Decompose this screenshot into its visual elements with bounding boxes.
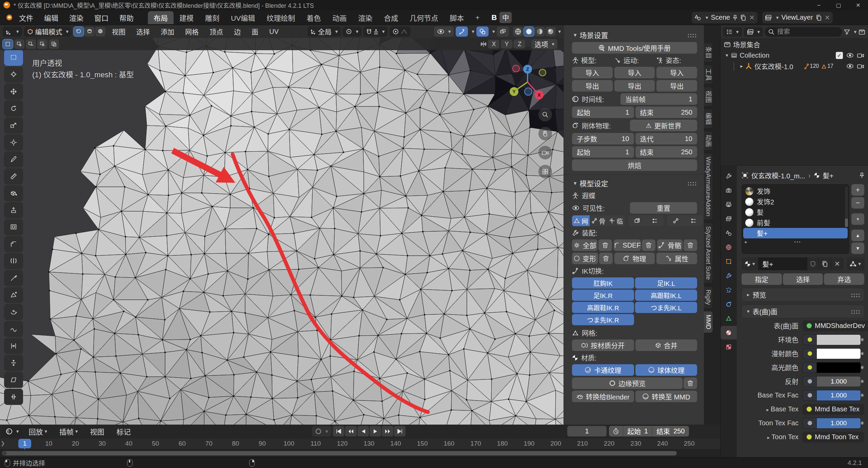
menu-uv[interactable]: UV [265, 26, 283, 37]
gizmo-neg-z[interactable] [525, 88, 532, 95]
link-mode-dropdown[interactable]: ▾ [847, 257, 864, 270]
workspace-uv[interactable]: UV编辑 [225, 11, 261, 24]
select-mode-vertex[interactable] [74, 27, 84, 36]
shading-rendered[interactable] [546, 27, 556, 36]
shading-solid[interactable] [524, 27, 534, 36]
animate-dot[interactable] [861, 352, 864, 355]
disable-render-icon[interactable] [857, 53, 864, 58]
camera-view-button[interactable] [538, 146, 552, 159]
surface-shader-field[interactable]: MMDShaderDev [803, 320, 868, 331]
timeline-editor-type[interactable]: ▾ [3, 426, 22, 436]
ik-toggle-5[interactable]: つま先ⅠK.L [635, 302, 697, 313]
outliner-display-mode[interactable]: ▾ [723, 27, 742, 37]
filter-icon[interactable] [844, 29, 850, 35]
gizmo-neg-x[interactable] [513, 65, 519, 72]
play-button[interactable] [370, 426, 381, 436]
copy-material-icon[interactable] [819, 257, 831, 270]
jump-to-end-button[interactable] [394, 426, 406, 436]
properties-tab-world[interactable] [721, 240, 737, 254]
join-meshes-button[interactable]: 合并 [635, 339, 697, 351]
overlays-toggle[interactable] [476, 26, 489, 37]
current-frame-indicator[interactable]: 1 [18, 439, 31, 448]
workspace-render[interactable]: 渲染 [352, 11, 378, 24]
material-slot[interactable]: 前髪 [743, 217, 848, 228]
select-mode-face[interactable] [95, 27, 105, 36]
iterations-field[interactable]: 迭代10 [635, 133, 697, 144]
add-slot-button[interactable]: + [851, 184, 864, 196]
menu-window[interactable]: 窗口 [89, 12, 114, 23]
remove-slot-button[interactable]: − [851, 197, 864, 209]
add-workspace-button[interactable]: + [470, 11, 485, 24]
export-motion-button[interactable]: 导出 [614, 80, 655, 92]
timeline-ruler[interactable]: ❯ 1 102030405060708090100110120130140150… [0, 438, 720, 450]
base-tex-fac-slider[interactable]: 1.000 [816, 390, 861, 401]
properties-tab-scene[interactable] [721, 226, 737, 240]
panel-grip[interactable] [687, 181, 697, 186]
navigation-gizmo[interactable]: Z Y X [501, 57, 559, 108]
tab-animation[interactable]: 动画 [704, 131, 713, 151]
trash-icon[interactable] [598, 239, 612, 251]
mirror-x-toggle[interactable]: X [488, 40, 499, 48]
breadcrumb-material[interactable]: 髪+ [823, 171, 834, 180]
panel-grip[interactable] [687, 33, 697, 37]
unlink-scene-icon[interactable]: ✕ [749, 14, 755, 22]
tab-tool[interactable]: 工具 [704, 65, 713, 84]
workspace-texpaint[interactable]: 纹理绘制 [261, 11, 301, 24]
tool-edge-slide[interactable] [4, 338, 23, 354]
assemble-sdef-button[interactable]: SDEF [614, 239, 640, 251]
zoom-button[interactable] [538, 108, 552, 121]
edge-preview-button[interactable]: 边缘预览 [572, 377, 683, 389]
toon-tex-fac-slider[interactable]: 1.000 [816, 418, 861, 429]
mmd-manual-button[interactable]: MMD Tools/使用手册 [572, 42, 697, 54]
tab-item[interactable]: 条目 [704, 43, 713, 62]
ortho-toggle-button[interactable] [538, 165, 552, 178]
update-world-button[interactable]: ⚠更新世界 [630, 120, 697, 131]
properties-tab-view-layer[interactable] [721, 212, 737, 226]
animate-dot[interactable] [861, 394, 864, 397]
tool-rotate[interactable] [4, 100, 23, 117]
properties-tab-render[interactable] [721, 183, 737, 197]
preview-panel-header[interactable]: ▸预览 [742, 288, 864, 301]
import-motion-button[interactable]: 导入 [614, 67, 655, 78]
ik-toggle-3[interactable]: 高跟鞋ⅠK.L [635, 290, 697, 301]
pivot-dropdown[interactable]: ▾ [343, 26, 361, 37]
workspace-scripting[interactable]: 脚本 [444, 11, 470, 24]
orientation-dropdown[interactable]: 全局▾ [308, 26, 341, 37]
outliner-row-object[interactable]: │▸ 仪玄改模-1.0 120 17 [721, 61, 868, 72]
scene-selector[interactable]: ▾ Scene ✕ [692, 12, 757, 23]
assemble-physics-button[interactable]: 物理 [614, 253, 655, 264]
reflect-slider[interactable]: 1.000 [816, 376, 861, 387]
material-slot[interactable]: 发饰2 [743, 196, 848, 207]
hide-viewport-icon[interactable] [846, 63, 854, 69]
tool-shrink-fatten[interactable] [4, 355, 23, 371]
frame-end-field[interactable]: 结束250 [635, 106, 697, 118]
menu-edge[interactable]: 边 [230, 26, 245, 37]
toon-tex-field[interactable]: Mmd Toon Tex [803, 432, 864, 443]
substeps-field[interactable]: 子步数10 [572, 133, 634, 144]
selectmode-intersect[interactable] [49, 39, 59, 49]
tab-rigify[interactable]: Rigify [704, 286, 713, 309]
viewlayer-selector[interactable]: ▾ ViewLayer ✕ [762, 12, 833, 23]
tool-add-cube[interactable] [4, 185, 23, 201]
collection-checkbox[interactable]: ✓ [836, 52, 843, 59]
trash-icon[interactable] [684, 377, 697, 389]
menu-keying[interactable]: 插帧▾ [54, 426, 83, 437]
gizmo-neg-y[interactable] [539, 69, 546, 76]
menu-marker[interactable]: 标记 [111, 426, 136, 437]
mirror-z-toggle[interactable]: Z [514, 40, 525, 48]
ik-toggle-1[interactable]: 足ⅠK.L [635, 277, 697, 289]
play-reverse-button[interactable] [357, 426, 369, 436]
outliner-row-collection[interactable]: ▾Collection ✓ [721, 50, 868, 61]
fake-user-icon[interactable] [807, 257, 819, 270]
breadcrumb-object[interactable]: 仪玄改模-1.0_m... [751, 171, 805, 180]
pin-icon[interactable] [733, 15, 737, 21]
tool-inset-faces[interactable] [4, 219, 23, 235]
ambient-color-swatch[interactable] [816, 334, 861, 345]
disable-render-icon[interactable] [857, 63, 864, 69]
close-button[interactable]: ✕ [848, 0, 868, 10]
language-button[interactable]: 中 [499, 12, 512, 23]
separate-by-materials-button[interactable]: 按材质分开 [572, 339, 634, 351]
outliner-search[interactable] [765, 27, 842, 37]
workspace-geonodes[interactable]: 几何节点 [404, 11, 444, 24]
selectmode-invert[interactable] [37, 39, 47, 49]
